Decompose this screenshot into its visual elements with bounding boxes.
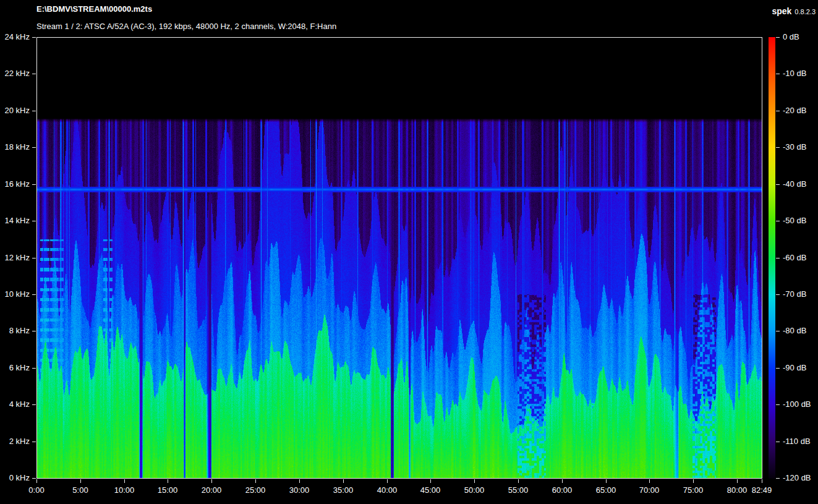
db-tick-label: -80 dB	[783, 326, 817, 335]
app-name: spek	[772, 6, 791, 16]
freq-tick-label: 16 kHz	[0, 179, 30, 189]
file-path-title: E:\BDMV\STREAM\00000.m2ts	[36, 4, 152, 14]
freq-tick-label: 4 kHz	[0, 399, 30, 409]
db-tick-label: -110 dB	[783, 437, 817, 446]
db-tick-label: -120 dB	[783, 473, 817, 482]
freq-tick-label: 10 kHz	[0, 289, 30, 299]
freq-tick-label: 18 kHz	[0, 142, 30, 152]
freq-tick-label: 8 kHz	[0, 326, 30, 335]
time-tick-label: 70:00	[631, 485, 668, 495]
time-tick	[80, 479, 81, 483]
freq-tick	[32, 37, 36, 38]
time-tick	[430, 479, 431, 483]
db-tick-label: -50 dB	[783, 216, 817, 225]
time-tick-label: 35:00	[325, 485, 362, 495]
time-tick	[474, 479, 475, 483]
db-tick-label: -20 dB	[783, 106, 817, 115]
db-tick	[776, 184, 780, 185]
time-tick	[693, 479, 694, 483]
time-tick-label: 75:00	[675, 485, 712, 495]
db-tick-label: 0 dB	[783, 32, 817, 41]
db-tick	[776, 111, 780, 111]
db-tick	[776, 74, 780, 74]
db-tick	[776, 294, 780, 295]
time-tick-label: 82:49	[743, 485, 780, 495]
db-tick	[776, 147, 780, 148]
db-tick	[776, 221, 780, 221]
db-tick	[776, 478, 780, 479]
time-tick-label: 65:00	[587, 485, 624, 495]
freq-tick-label: 2 kHz	[0, 437, 30, 446]
time-tick-label: 20:00	[193, 485, 230, 495]
freq-tick	[32, 111, 36, 111]
db-tick	[776, 368, 780, 369]
time-tick	[343, 479, 344, 483]
db-tick-label: -100 dB	[783, 399, 817, 409]
app-version: 0.8.2.3	[795, 8, 816, 15]
db-tick	[776, 331, 780, 331]
freq-tick-label: 14 kHz	[0, 216, 30, 225]
spek-window: E:\BDMV\STREAM\00000.m2ts Stream 1 / 2: …	[0, 0, 818, 504]
freq-tick-label: 20 kHz	[0, 106, 30, 115]
time-tick	[255, 479, 256, 483]
db-tick-label: -70 dB	[783, 289, 817, 299]
freq-tick-label: 24 kHz	[0, 32, 30, 41]
time-tick-label: 0:00	[18, 485, 55, 495]
db-tick-label: -90 dB	[783, 363, 817, 372]
time-tick	[299, 479, 300, 483]
time-tick-label: 55:00	[500, 485, 537, 495]
time-tick-label: 10:00	[106, 485, 143, 495]
time-tick-label: 25:00	[237, 485, 274, 495]
db-colorbar	[769, 37, 775, 479]
time-tick-label: 30:00	[281, 485, 318, 495]
time-tick-label: 45:00	[412, 485, 449, 495]
stream-info: Stream 1 / 2: ATSC A/52A (AC-3), 192 kbp…	[36, 22, 336, 31]
time-tick-label: 15:00	[149, 485, 186, 495]
freq-tick-label: 12 kHz	[0, 253, 30, 262]
db-tick	[776, 404, 780, 405]
db-tick	[776, 37, 780, 38]
time-tick	[562, 479, 563, 483]
db-tick-label: -60 dB	[783, 253, 817, 262]
freq-tick	[32, 147, 36, 148]
time-tick	[387, 479, 388, 483]
spectrogram-canvas	[37, 38, 762, 478]
db-tick	[776, 442, 780, 442]
db-tick	[776, 258, 780, 258]
time-tick	[211, 479, 212, 483]
freq-tick	[32, 294, 36, 295]
time-tick	[36, 479, 37, 483]
freq-tick-label: 0 kHz	[0, 473, 30, 482]
time-tick	[168, 479, 168, 483]
db-tick-label: -40 dB	[783, 179, 817, 189]
db-tick-label: -10 dB	[783, 69, 817, 78]
freq-tick	[32, 331, 36, 331]
freq-tick	[32, 368, 36, 369]
freq-tick	[32, 442, 36, 442]
freq-tick	[32, 404, 36, 405]
freq-tick	[32, 221, 36, 221]
freq-tick	[32, 258, 36, 258]
freq-tick	[32, 184, 36, 185]
freq-tick	[32, 74, 36, 74]
time-tick	[762, 479, 762, 483]
db-tick-label: -30 dB	[783, 142, 817, 152]
freq-tick-label: 22 kHz	[0, 69, 30, 78]
time-tick	[606, 479, 607, 483]
time-tick-label: 40:00	[369, 485, 406, 495]
time-tick	[518, 479, 519, 483]
time-tick-label: 60:00	[543, 485, 581, 495]
freq-tick	[32, 478, 36, 479]
time-tick	[649, 479, 650, 483]
time-tick	[124, 479, 125, 483]
app-brand: spek0.8.2.3	[772, 6, 816, 17]
time-tick-label: 50:00	[456, 485, 493, 495]
time-tick-label: 5:00	[62, 485, 99, 495]
time-tick	[737, 479, 738, 483]
freq-tick-label: 6 kHz	[0, 363, 30, 372]
